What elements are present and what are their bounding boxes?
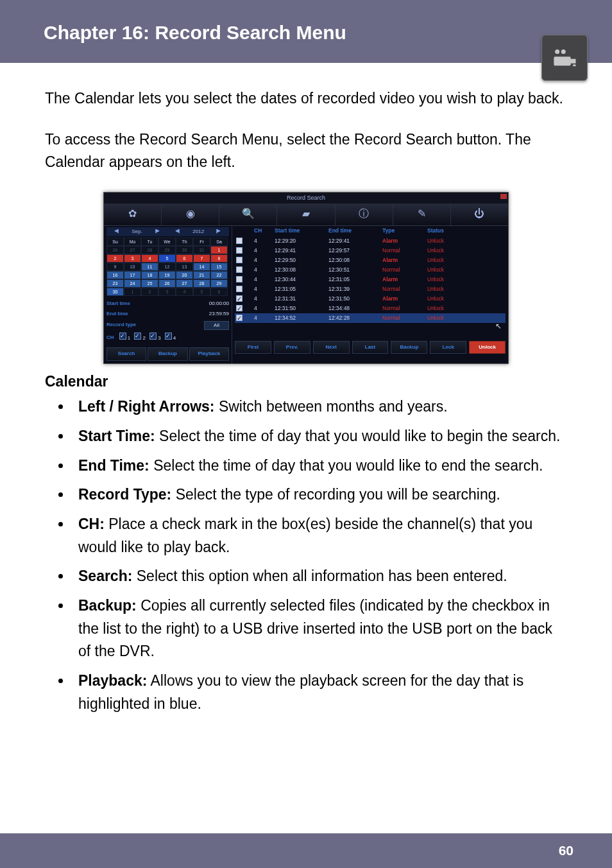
calendar-day-cell[interactable]: 1 xyxy=(124,288,141,296)
calendar-day-cell[interactable]: 21 xyxy=(193,271,210,279)
calendar-day-cell[interactable]: 18 xyxy=(141,271,158,279)
calendar-day-cell[interactable]: 4 xyxy=(176,288,193,296)
calendar-day-cell[interactable]: 30 xyxy=(106,288,124,296)
calendar-day-cell[interactable]: 29 xyxy=(210,279,228,288)
first-button[interactable]: First xyxy=(235,341,271,354)
calendar-day-cell[interactable]: 6 xyxy=(210,288,228,296)
toolbar-item-1[interactable]: ✿ xyxy=(104,204,162,225)
calendar-day-cell[interactable]: 2 xyxy=(106,254,124,263)
calendar-day-cell[interactable]: 29 xyxy=(158,246,176,254)
start-time-row[interactable]: Start time 00:00:00 xyxy=(106,299,229,309)
month-next-arrow[interactable]: ⯈ xyxy=(148,228,168,236)
calendar-day-cell[interactable]: 26 xyxy=(158,279,176,288)
results-row[interactable]: 412:31:0512:31:39NormalUnlock xyxy=(235,284,506,294)
feature-desc: Switch between months and years. xyxy=(215,398,448,415)
prev-button[interactable]: Prev. xyxy=(274,341,310,354)
calendar-day-cell[interactable]: 14 xyxy=(193,263,210,271)
month-label: Sep. xyxy=(127,228,148,236)
row-checkbox[interactable] xyxy=(236,286,242,292)
toolbar: ✿ ◉ 🔍 ▰ ⓘ ✎ ⏻ xyxy=(104,204,508,226)
row-checkbox[interactable] xyxy=(236,266,242,273)
calendar-day-cell[interactable]: 15 xyxy=(210,263,228,271)
calendar-day-cell[interactable]: 19 xyxy=(158,271,176,279)
toolbar-item-hdd[interactable]: ▰ xyxy=(277,204,335,225)
row-checkbox[interactable] xyxy=(236,315,242,321)
calendar-day-cell[interactable]: 17 xyxy=(124,271,141,279)
calendar-day-cell[interactable]: 16 xyxy=(106,271,124,279)
year-next-arrow[interactable]: ⯈ xyxy=(208,228,229,236)
calendar-day-cell[interactable]: 7 xyxy=(193,254,210,263)
toolbar-item-search[interactable]: 🔍 xyxy=(219,204,277,225)
calendar-day-cell[interactable]: 9 xyxy=(106,263,124,271)
month-prev-arrow[interactable]: ⯇ xyxy=(106,228,127,236)
toolbar-item-power[interactable]: ⏻ xyxy=(451,204,508,225)
results-row[interactable]: 412:31:3112:31:50AlarmUnlock xyxy=(235,294,506,304)
calendar-day-cell[interactable]: 28 xyxy=(193,279,210,288)
search-button[interactable]: Search xyxy=(106,347,146,360)
calendar-day-cell[interactable]: 27 xyxy=(176,279,193,288)
calendar-day-cell[interactable]: 5 xyxy=(158,254,176,263)
calendar-day-cell[interactable]: 20 xyxy=(176,271,193,279)
backup-button[interactable]: Backup xyxy=(391,341,427,354)
backup-button[interactable]: Backup xyxy=(148,347,187,360)
close-icon[interactable] xyxy=(500,194,507,199)
row-checkbox[interactable] xyxy=(236,247,242,254)
results-cell: 4 xyxy=(254,237,271,245)
last-button[interactable]: Last xyxy=(352,341,389,354)
calendar-day-cell[interactable]: 2 xyxy=(141,288,158,296)
ch-checkbox[interactable] xyxy=(119,333,126,340)
results-row[interactable]: 412:29:5012:30:08AlarmUnlock xyxy=(235,256,506,265)
calendar-day-cell[interactable]: 5 xyxy=(193,288,210,296)
calendar-day-cell[interactable]: 22 xyxy=(210,271,228,279)
calendar-day-cell[interactable]: 8 xyxy=(210,254,228,263)
calendar-day-cell[interactable]: 10 xyxy=(124,263,141,271)
results-row[interactable]: 412:29:4112:29:57NormalUnlock xyxy=(235,246,506,256)
playback-button[interactable]: Playback xyxy=(189,347,229,360)
row-checkbox[interactable] xyxy=(236,305,242,311)
calendar-day-cell[interactable]: 30 xyxy=(176,246,193,254)
calendar-day-cell[interactable]: 24 xyxy=(124,279,141,288)
results-row[interactable]: 412:30:0812:30:51NormalUnlock xyxy=(235,265,506,275)
unlock-button[interactable]: Unlock xyxy=(469,341,506,354)
record-type-row[interactable]: Record type All xyxy=(106,320,229,331)
calendar-day-cell[interactable]: 12 xyxy=(158,263,176,271)
calendar-day-cell[interactable]: 13 xyxy=(176,263,193,271)
results-row[interactable]: 412:34:5212:42:28NormalUnlock xyxy=(235,313,506,323)
row-checkbox[interactable] xyxy=(236,295,242,302)
feature-item: Start Time: Select the time of day that … xyxy=(72,425,567,448)
row-checkbox[interactable] xyxy=(236,276,242,282)
results-row[interactable]: 412:29:2012:29:41AlarmUnlock xyxy=(235,236,506,246)
results-row[interactable]: 412:31:5012:34:48NormalUnlock xyxy=(235,304,506,313)
calendar-day-cell[interactable]: 31 xyxy=(193,246,210,254)
calendar-day-cell[interactable]: 4 xyxy=(141,254,158,263)
toolbar-item-info[interactable]: ⓘ xyxy=(336,204,393,225)
calendar-day-cell[interactable]: 27 xyxy=(124,246,141,254)
calendar-day-cell[interactable]: 26 xyxy=(106,246,124,254)
ch-checkbox[interactable] xyxy=(134,333,141,340)
calendar-day-cell[interactable]: 3 xyxy=(124,254,141,263)
footer-bar: 60 xyxy=(0,833,612,868)
results-status: Unlock xyxy=(427,314,462,322)
calendar-day-cell[interactable]: 3 xyxy=(158,288,176,296)
calendar-day-cell[interactable]: 28 xyxy=(141,246,158,254)
svg-point-1 xyxy=(561,49,566,54)
ch-checkbox[interactable] xyxy=(149,333,157,340)
end-time-row[interactable]: End time 23:59:59 xyxy=(106,309,229,319)
calendar-day-cell[interactable]: 1 xyxy=(210,246,228,254)
calendar-day-cell[interactable]: 11 xyxy=(141,263,158,271)
toolbar-item-tools[interactable]: ✎ xyxy=(393,204,451,225)
results-cell: 12:30:08 xyxy=(275,266,325,274)
year-prev-arrow[interactable]: ⯇ xyxy=(167,228,188,236)
results-cell: 4 xyxy=(254,314,271,322)
results-col-header: CH xyxy=(254,227,271,235)
row-checkbox[interactable] xyxy=(236,238,242,244)
results-row[interactable]: 412:30:4412:31:05AlarmUnlock xyxy=(235,275,506,284)
calendar-day-cell[interactable]: 23 xyxy=(106,279,124,288)
toolbar-item-2[interactable]: ◉ xyxy=(162,204,219,225)
ch-checkbox[interactable] xyxy=(165,333,172,340)
row-checkbox[interactable] xyxy=(236,257,242,263)
next-button[interactable]: Next xyxy=(313,341,350,354)
lock-button[interactable]: Lock xyxy=(430,341,466,354)
calendar-day-cell[interactable]: 6 xyxy=(176,254,193,263)
calendar-day-cell[interactable]: 25 xyxy=(141,279,158,288)
